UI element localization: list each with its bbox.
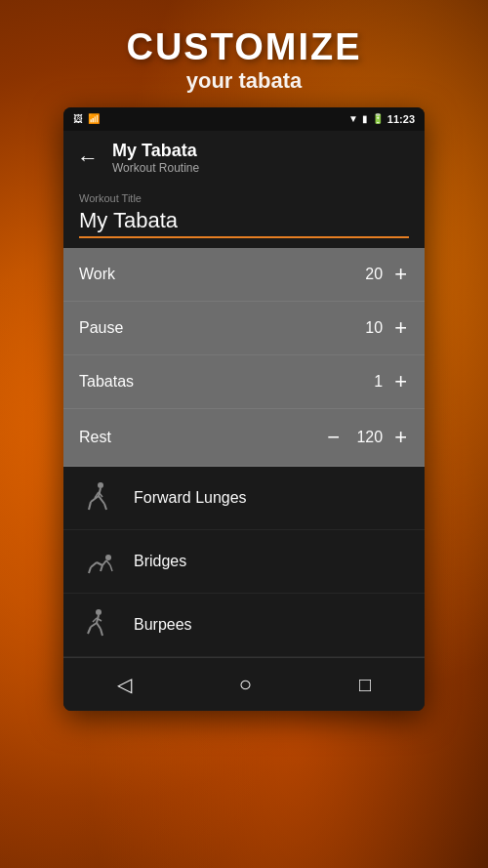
setting-minus-rest[interactable]: − <box>327 425 340 450</box>
status-bar: 🖼 📶 ▼ ▮ 🔋 11:23 <box>63 107 425 131</box>
setting-controls-pause: 10 + <box>353 317 409 339</box>
exercise-row-burpees[interactable]: Burpees <box>63 594 425 657</box>
setting-label-rest: Rest <box>79 429 111 446</box>
svg-line-5 <box>104 504 106 510</box>
exercise-row-forward-lunges[interactable]: Forward Lunges <box>63 467 425 530</box>
setting-value-work: 20 <box>353 266 383 283</box>
app-bar-titles: My Tabata Workout Routine <box>112 141 199 176</box>
exercise-name-burpees: Burpees <box>134 616 192 634</box>
setting-plus-work[interactable]: + <box>392 264 409 285</box>
workout-title-input[interactable] <box>79 208 409 238</box>
setting-plus-pause[interactable]: + <box>392 317 409 339</box>
setting-value-pause: 10 <box>353 319 383 337</box>
signal-icon: ▮ <box>362 113 368 124</box>
battery-icon: 🔋 <box>372 113 384 124</box>
svg-line-20 <box>88 627 91 634</box>
svg-line-18 <box>91 623 97 627</box>
svg-line-10 <box>97 562 102 565</box>
status-time: 11:23 <box>387 113 415 125</box>
svg-line-15 <box>110 565 112 571</box>
svg-line-4 <box>89 502 91 510</box>
svg-point-0 <box>98 482 103 488</box>
customize-subtitle: your tabata <box>0 68 488 94</box>
title-section: Workout Title <box>63 185 425 248</box>
exercise-icon-burpees <box>79 605 118 644</box>
app-bar: ← My Tabata Workout Routine <box>63 131 425 186</box>
setting-label-work: Work <box>79 266 115 283</box>
sim-icon: 📶 <box>88 113 100 124</box>
svg-point-16 <box>96 609 102 615</box>
app-bar-title: My Tabata <box>112 141 199 162</box>
svg-line-11 <box>91 562 97 567</box>
setting-plus-tabatas[interactable]: + <box>392 371 409 393</box>
setting-row-work: Work 20 + <box>63 248 425 302</box>
back-button[interactable]: ← <box>77 147 99 169</box>
phone-frame: 🖼 📶 ▼ ▮ 🔋 11:23 ← My Tabata Workout Rout… <box>63 107 425 712</box>
setting-row-rest: Rest − 120 + <box>63 409 425 467</box>
status-bar-left: 🖼 📶 <box>73 113 100 124</box>
svg-line-3 <box>99 496 104 504</box>
nav-back-button[interactable]: ◁ <box>98 669 151 700</box>
settings-section: Work 20 + Pause 10 + Tabatas 1 + Rest − <box>63 248 425 467</box>
exercises-section: Forward Lunges Bridges <box>63 467 425 657</box>
customize-title: CUSTOMIZE <box>0 27 488 68</box>
setting-row-tabatas: Tabatas 1 + <box>63 355 425 409</box>
wifi-icon: ▼ <box>348 113 358 124</box>
exercise-name-forward-lunges: Forward Lunges <box>134 489 247 507</box>
setting-controls-rest: − 120 + <box>327 425 409 450</box>
nav-bar: ◁ ○ □ <box>63 657 425 711</box>
image-icon: 🖼 <box>73 113 83 124</box>
svg-point-8 <box>105 555 111 560</box>
setting-controls-tabatas: 1 + <box>353 371 409 393</box>
setting-value-tabatas: 1 <box>353 373 383 391</box>
exercise-row-bridges[interactable]: Bridges <box>63 530 425 594</box>
status-bar-right: ▼ ▮ 🔋 11:23 <box>348 113 415 125</box>
setting-controls-work: 20 + <box>353 264 409 285</box>
app-bar-subtitle: Workout Routine <box>112 161 199 175</box>
svg-line-12 <box>89 567 91 573</box>
svg-line-21 <box>101 629 102 636</box>
setting-value-rest: 120 <box>353 429 383 446</box>
exercise-icon-forward-lunges <box>79 478 118 517</box>
nav-recent-button[interactable]: □ <box>340 670 390 700</box>
svg-line-14 <box>106 560 110 565</box>
setting-row-pause: Pause 10 + <box>63 302 425 355</box>
svg-line-13 <box>101 565 102 571</box>
svg-line-9 <box>102 560 106 565</box>
exercise-icon-bridges <box>79 542 118 581</box>
exercise-name-bridges: Bridges <box>134 553 186 570</box>
nav-home-button[interactable]: ○ <box>220 668 271 701</box>
header-section: CUSTOMIZE your tabata <box>0 0 488 107</box>
workout-title-label: Workout Title <box>79 192 409 204</box>
setting-label-tabatas: Tabatas <box>79 373 134 391</box>
setting-label-pause: Pause <box>79 319 123 337</box>
svg-line-19 <box>97 623 101 629</box>
setting-plus-rest[interactable]: + <box>392 427 409 448</box>
